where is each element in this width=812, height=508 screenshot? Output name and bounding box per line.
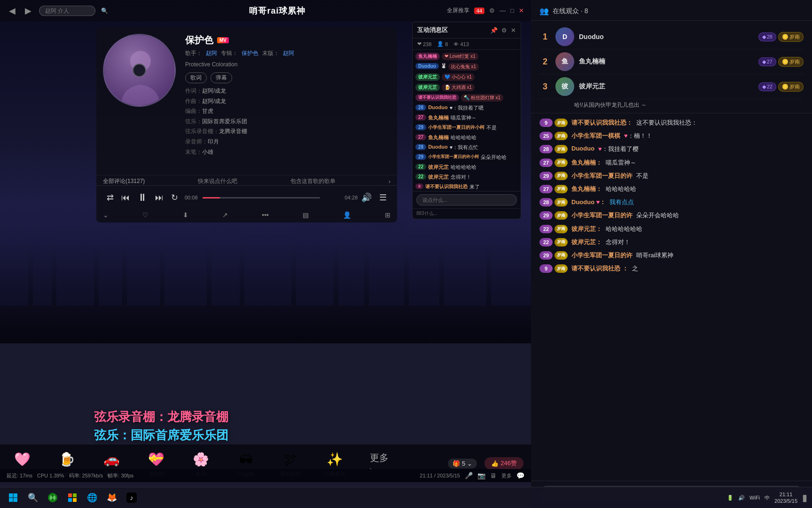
- like-btn[interactable]: 👍 246赞: [484, 457, 523, 469]
- nav-back-button[interactable]: ◀: [7, 4, 17, 18]
- diamond-icon-2: ◆: [762, 59, 766, 65]
- coin-icon-3: 🪙: [782, 84, 789, 90]
- lb-note-3: 哈!/从国内伙甲龙孔儿也出 ～: [574, 101, 804, 109]
- mv-badge: MV: [217, 37, 229, 43]
- show-desktop-btn[interactable]: ▮: [802, 492, 807, 503]
- camera-icon[interactable]: 📷: [477, 472, 485, 479]
- prev-btn[interactable]: ⏮: [117, 191, 133, 205]
- expand-icon[interactable]: ⌄: [103, 211, 109, 219]
- ip-input-area: [413, 191, 521, 208]
- repeat-btn[interactable]: ↻: [167, 190, 182, 205]
- taskbar-app-tiktok[interactable]: ♪: [123, 489, 140, 506]
- diamond-icon-3: ◆: [762, 84, 766, 90]
- chat-gold-11: 岁南: [554, 251, 568, 260]
- chat-user-5: 小学生军团一夏日的许: [571, 172, 632, 180]
- danmaku-tag[interactable]: 弹幕: [211, 72, 232, 83]
- more-icon[interactable]: •••: [262, 211, 269, 219]
- play-pause-btn[interactable]: ⏸: [133, 190, 151, 206]
- lb-rank-2: 2: [539, 57, 551, 67]
- settings-icon-ip[interactable]: ⚙: [501, 27, 507, 34]
- next-btn[interactable]: ⏭: [151, 191, 167, 205]
- lyrics-tag[interactable]: 歌词: [185, 72, 207, 83]
- taskbar-apps: 🔍 🌐 🦊 ♪: [5, 489, 140, 506]
- download-icon[interactable]: ⬇: [183, 211, 188, 219]
- song-meta: 歌手：赵阿 专辑：保护色 末版：赵阿: [185, 49, 390, 57]
- interact-panel: 互动消息区 📌 ⚙ ✕ ❤ 238 👤 8 👁 413: [412, 22, 521, 219]
- chat-text-7: 我有点点: [609, 198, 804, 206]
- diamond-icon: ◆: [762, 34, 766, 40]
- stream-title: 哨哥rai球累神: [249, 5, 305, 16]
- album-art: [104, 35, 174, 105]
- ip-bottom-text: 883什么...: [416, 210, 437, 217]
- ip-input-field[interactable]: [416, 194, 517, 206]
- taskbar-app-windows[interactable]: [5, 489, 22, 506]
- volume-btn[interactable]: 🔊: [358, 190, 375, 205]
- gift-count-value: 5: [462, 460, 465, 467]
- coin-icon-2: 🪙: [782, 59, 789, 65]
- ip-header: 互动消息区 📌 ⚙ ✕: [413, 22, 521, 39]
- close-icon-ip[interactable]: ✕: [511, 27, 516, 34]
- comment-count[interactable]: 全部评论(13127): [103, 177, 145, 185]
- chat-user-9: 彼岸元芷：: [571, 225, 602, 233]
- msg-row-9: 9 请不要认识我我社恐 来了: [415, 183, 518, 191]
- fullscreen-label[interactable]: 全屏推享: [447, 7, 469, 15]
- volume-icon[interactable]: 🔊: [738, 495, 745, 501]
- lb-name-2: 鱼丸楠楠: [579, 57, 754, 66]
- gift-count-btn[interactable]: 🎁 5 ⌄: [448, 459, 477, 468]
- pin-icon[interactable]: 📌: [490, 27, 498, 34]
- taskbar-app-browser[interactable]: 🦊: [103, 489, 120, 506]
- notification-badge: 44: [474, 8, 484, 14]
- chat-gold-3: 岁南: [554, 145, 568, 153]
- chat-text-12: 之: [632, 264, 804, 273]
- chat-lvl-1: 9: [539, 119, 553, 127]
- song-tags: 歌词 弹幕: [185, 72, 390, 83]
- lb-row-3: 3 彼 彼岸元芷 ◆ 22 🪙 岁南: [539, 74, 804, 99]
- network-icon[interactable]: WiFi: [750, 495, 760, 500]
- chat-msg-1: 9 岁南 请不要认识我我社恐： 这不要认识我我社恐：: [539, 117, 804, 128]
- favorite-icon[interactable]: ♡: [142, 211, 148, 219]
- svg-rect-6: [211, 221, 240, 306]
- share-icon[interactable]: ↗: [222, 211, 228, 219]
- comment-icon[interactable]: 💬: [516, 472, 524, 479]
- window-close[interactable]: ✕: [519, 7, 524, 14]
- album-cover: [103, 34, 176, 107]
- search-input[interactable]: [39, 6, 95, 16]
- person-icon[interactable]: 👤: [343, 211, 351, 219]
- online-stat: 👤 8: [437, 41, 448, 47]
- taskbar-app-xbox[interactable]: [44, 489, 61, 506]
- window-minimize[interactable]: —: [500, 7, 506, 14]
- player-icon[interactable]: ▤: [303, 211, 309, 219]
- msg-row-4: 27 鱼丸楠楠 哈哈哈哈哈: [415, 133, 518, 142]
- mic-icon[interactable]: 🎤: [465, 472, 473, 479]
- stream-status-bar: 延迟: 17ms CPU 1.39% 码率: 2597kb/s 帧率: 30fp…: [0, 469, 531, 482]
- chat-msg-10: 22 岁南 彼岸元芷： 念得对！: [539, 237, 804, 248]
- taskbar-app-edge[interactable]: 🌐: [84, 489, 101, 506]
- svg-point-14: [130, 51, 151, 71]
- progress-bar[interactable]: [203, 197, 320, 198]
- share-screen-icon[interactable]: 🖥: [490, 472, 497, 479]
- right-sidebar: 👥 在线观众 · 8 1 D Duoduo ◆ 28 🪙 岁南 2 鱼: [531, 0, 812, 508]
- add-playlist-btn[interactable]: 快来说点什么吧: [198, 177, 237, 185]
- language-icon[interactable]: 中: [765, 494, 770, 501]
- topbar-right: 全屏推享 44 ⚙ — □ ✕: [447, 7, 524, 15]
- chat-msg-9: 22 岁南 彼岸元芷： 哈哈哈哈哈哈: [539, 223, 804, 235]
- gift-icon-thug: 🕶: [236, 450, 256, 470]
- nav-forward-button[interactable]: ▶: [23, 4, 33, 18]
- person-icon-stat: 👤: [437, 41, 444, 47]
- eye-icon: 👁: [453, 41, 459, 47]
- playlist-link[interactable]: 包含这首歌的歌单: [290, 177, 336, 185]
- action-icons: ⌄ ♡ ⬇ ↗ ••• ▤ 👤 ⊞: [96, 209, 397, 222]
- chat-gold-8: 岁南: [554, 211, 568, 220]
- window-maximize[interactable]: □: [510, 7, 514, 14]
- queue-btn[interactable]: ☰: [375, 190, 390, 205]
- interact-container: 互动消息区 📌 ⚙ ✕ ❤ 238 👤 8 👁 413: [412, 22, 521, 219]
- lb-avatar-2: 鱼: [555, 52, 574, 71]
- layout-icon[interactable]: ⊞: [385, 211, 390, 219]
- lb-avatar-1: D: [555, 27, 574, 46]
- svg-rect-5: [164, 238, 207, 306]
- taskbar-app-search[interactable]: 🔍: [24, 489, 41, 506]
- settings-icon[interactable]: ⚙: [489, 7, 495, 14]
- chat-msg-2: 25 岁南 小学生军团一棋棋 ♥：楠！！: [539, 130, 804, 142]
- shuffle-btn[interactable]: ⇄: [103, 190, 117, 205]
- taskbar-app-ms[interactable]: [64, 489, 81, 506]
